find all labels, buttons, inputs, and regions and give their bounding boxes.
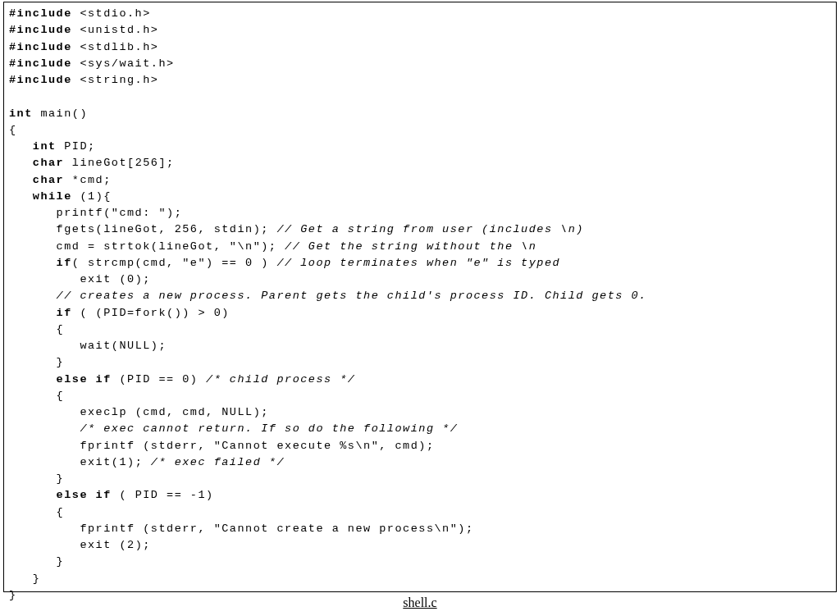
code-text: exit(1); bbox=[80, 456, 150, 468]
code-keyword: int bbox=[33, 140, 57, 153]
code-line: { bbox=[9, 504, 831, 521]
code-text: exit (0); bbox=[80, 273, 150, 285]
code-line: { bbox=[9, 388, 831, 404]
code-container: #include <stdio.h>#include <unistd.h>#in… bbox=[9, 6, 831, 604]
code-comment: // loop terminates when "e" is typed bbox=[276, 257, 560, 269]
code-text: fprintf (stderr, "Cannot execute %s\n", … bbox=[80, 440, 434, 452]
code-line: fprintf (stderr, "Cannot execute %s\n", … bbox=[9, 438, 831, 454]
code-line: int PID; bbox=[9, 139, 831, 155]
code-line: #include <stdlib.h> bbox=[9, 39, 831, 56]
code-line: char lineGot[256]; bbox=[9, 155, 831, 171]
code-text: exit (2); bbox=[80, 539, 150, 551]
code-text: (1){ bbox=[72, 190, 112, 203]
code-keyword: char bbox=[33, 157, 64, 169]
code-text: } bbox=[9, 589, 17, 601]
code-text: PID; bbox=[57, 140, 96, 153]
code-text: *cmd; bbox=[64, 174, 112, 186]
code-line: exit (2); bbox=[9, 537, 831, 554]
code-line: cmd = strtok(lineGot, "\n"); // Get the … bbox=[9, 239, 831, 255]
code-line: #include <sys/wait.h> bbox=[9, 56, 831, 72]
code-listing-frame: #include <stdio.h>#include <unistd.h>#in… bbox=[3, 2, 837, 592]
code-text: <string.h> bbox=[72, 74, 159, 86]
code-text: ( (PID=fork()) > 0) bbox=[72, 307, 230, 319]
code-line: else if (PID == 0) /* child process */ bbox=[9, 372, 831, 388]
code-line: { bbox=[9, 122, 831, 139]
code-line: if( strcmp(cmd, "e") == 0 ) // loop term… bbox=[9, 255, 831, 271]
code-line: #include <stdio.h> bbox=[9, 6, 831, 22]
code-line: #include <string.h> bbox=[9, 72, 831, 89]
code-comment: // Get a string from user (includes \n) bbox=[276, 223, 583, 235]
code-line: // creates a new process. Parent gets th… bbox=[9, 288, 831, 304]
code-line: } bbox=[9, 354, 831, 371]
code-line: printf("cmd: "); bbox=[9, 205, 831, 221]
code-keyword: int bbox=[9, 107, 33, 120]
code-text: printf("cmd: "); bbox=[57, 207, 183, 219]
code-text: { bbox=[57, 390, 65, 402]
code-text: <stdio.h> bbox=[72, 7, 151, 20]
code-line: char *cmd; bbox=[9, 172, 831, 189]
code-keyword: if bbox=[57, 257, 72, 269]
code-keyword: #include bbox=[9, 57, 72, 70]
code-text: execlp (cmd, cmd, NULL); bbox=[80, 406, 268, 418]
code-keyword: else if bbox=[57, 489, 112, 501]
code-text: cmd = strtok(lineGot, "\n"); bbox=[57, 240, 285, 253]
code-text: } bbox=[57, 472, 65, 485]
code-keyword: #include bbox=[9, 74, 72, 86]
code-line: wait(NULL); bbox=[9, 338, 831, 354]
code-line bbox=[9, 89, 831, 105]
listing-caption: shell.c bbox=[0, 595, 840, 610]
code-keyword: if bbox=[57, 307, 72, 319]
code-keyword: #include bbox=[9, 41, 72, 53]
code-text: main() bbox=[33, 107, 88, 120]
code-comment: /* exec cannot return. If so do the foll… bbox=[80, 422, 458, 435]
code-line: exit(1); /* exec failed */ bbox=[9, 454, 831, 471]
code-line: fprintf (stderr, "Cannot create a new pr… bbox=[9, 521, 831, 537]
code-text: <sys/wait.h> bbox=[72, 57, 175, 70]
code-text: <unistd.h> bbox=[72, 24, 159, 36]
code-line: } bbox=[9, 554, 831, 570]
code-text: } bbox=[57, 356, 65, 368]
code-comment: /* exec failed */ bbox=[151, 456, 285, 468]
code-comment: /* child process */ bbox=[206, 373, 355, 386]
code-line: while (1){ bbox=[9, 189, 831, 205]
code-text: ( PID == -1) bbox=[112, 489, 214, 501]
code-text: } bbox=[57, 555, 65, 568]
code-text: { bbox=[57, 506, 65, 518]
code-line: } bbox=[9, 571, 831, 587]
code-text: } bbox=[33, 573, 41, 585]
code-text: <stdlib.h> bbox=[72, 41, 159, 53]
code-line: #include <unistd.h> bbox=[9, 22, 831, 39]
code-text: (PID == 0) bbox=[112, 373, 206, 386]
code-line: if ( (PID=fork()) > 0) bbox=[9, 305, 831, 322]
code-line: exit (0); bbox=[9, 271, 831, 288]
code-comment: // creates a new process. Parent gets th… bbox=[57, 290, 647, 302]
code-line: } bbox=[9, 471, 831, 487]
code-line: { bbox=[9, 322, 831, 338]
code-text: wait(NULL); bbox=[80, 340, 167, 352]
code-line: fgets(lineGot, 256, stdin); // Get a str… bbox=[9, 221, 831, 238]
code-line: execlp (cmd, cmd, NULL); bbox=[9, 404, 831, 421]
code-keyword: char bbox=[33, 174, 64, 186]
code-text: { bbox=[9, 124, 17, 136]
code-text: { bbox=[57, 323, 65, 335]
code-keyword: while bbox=[33, 190, 72, 203]
code-text: fprintf (stderr, "Cannot create a new pr… bbox=[80, 522, 473, 535]
code-keyword: else if bbox=[57, 373, 112, 386]
code-keyword: #include bbox=[9, 7, 72, 20]
code-comment: // Get the string without the \n bbox=[285, 240, 536, 253]
code-text: ( strcmp(cmd, "e") == 0 ) bbox=[72, 257, 277, 269]
code-text bbox=[9, 90, 17, 103]
code-line: else if ( PID == -1) bbox=[9, 487, 831, 504]
code-line: /* exec cannot return. If so do the foll… bbox=[9, 421, 831, 437]
code-keyword: #include bbox=[9, 24, 72, 36]
code-text: fgets(lineGot, 256, stdin); bbox=[57, 223, 277, 235]
code-line: int main() bbox=[9, 106, 831, 122]
code-text: lineGot[256]; bbox=[64, 157, 174, 169]
